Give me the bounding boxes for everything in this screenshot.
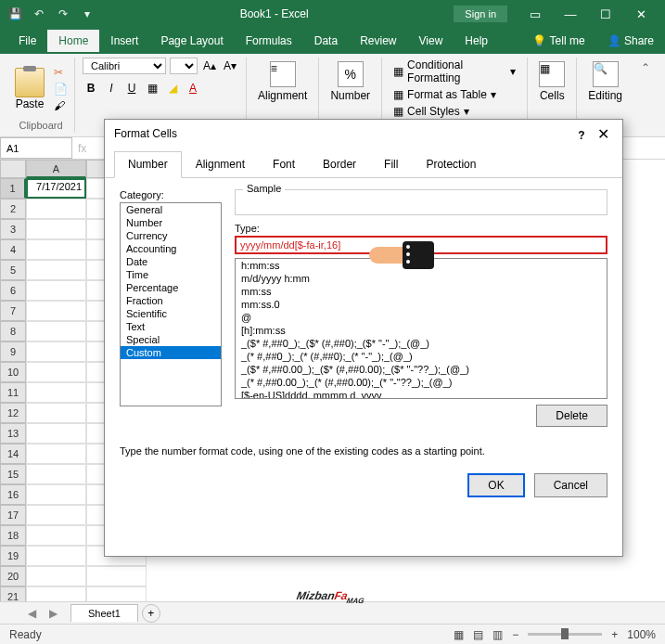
category-item[interactable]: Accounting [121,242,221,255]
cell[interactable] [26,199,86,219]
category-item[interactable]: Fraction [121,294,221,307]
dialog-tab-alignment[interactable]: Alignment [182,151,259,177]
dialog-tab-protection[interactable]: Protection [412,151,490,177]
type-item[interactable]: _(* #,##0_);_(* (#,##0);_(* "-"_);_(@_) [236,350,607,363]
cell[interactable] [26,525,86,546]
row-header[interactable]: 12 [0,403,26,423]
name-box[interactable] [0,137,72,159]
ok-button[interactable]: OK [467,473,524,497]
cell[interactable] [26,239,86,260]
decrease-font-icon[interactable]: A▾ [222,58,238,74]
category-item[interactable]: Time [121,268,221,281]
dialog-tab-border[interactable]: Border [309,151,370,177]
menu-view[interactable]: View [408,30,454,52]
border-icon[interactable]: ▦ [144,80,160,97]
font-size-select[interactable]: 11 [170,58,198,74]
type-item[interactable]: mm:ss [236,285,607,298]
menu-review[interactable]: Review [349,30,407,52]
cell[interactable] [26,301,86,321]
cell-styles-button[interactable]: ▦ Cell Styles ▾ [390,104,519,119]
ribbon-display-icon[interactable]: ▭ [518,3,552,25]
cell[interactable] [26,566,86,586]
menu-share[interactable]: 👤 Share [596,30,665,52]
row-header[interactable]: 8 [0,321,26,341]
add-sheet-button[interactable]: + [142,604,160,623]
view-break-icon[interactable]: ▥ [492,628,503,641]
select-all-corner[interactable] [0,160,26,178]
qat-customize-icon[interactable]: ▾ [80,6,95,21]
cell[interactable] [26,341,86,362]
font-name-select[interactable]: Calibri [83,58,166,74]
row-header[interactable]: 19 [0,546,26,566]
dialog-tab-fill[interactable]: Fill [370,151,412,177]
minimize-button[interactable]: — [554,3,587,25]
col-header-a[interactable]: A [26,160,86,178]
save-icon[interactable]: 💾 [7,6,22,21]
type-item[interactable]: _($* #,##0.00_);_($* (#,##0.00);_($* "-"… [236,363,607,376]
cell[interactable] [26,464,86,484]
cell[interactable] [26,403,86,423]
type-item[interactable]: @ [236,311,607,324]
dialog-close-button[interactable]: ✕ [594,126,613,142]
cell[interactable] [26,280,86,301]
row-header[interactable]: 18 [0,525,26,546]
redo-icon[interactable]: ↷ [56,6,70,21]
menu-file[interactable]: File [7,30,47,52]
maximize-button[interactable]: ☐ [589,3,622,25]
zoom-slider[interactable] [528,633,602,636]
type-item[interactable]: m/d/yyyy h:mm [236,272,607,285]
paste-button[interactable]: Paste [15,68,45,110]
cell[interactable] [26,444,86,464]
signin-button[interactable]: Sign in [454,6,507,22]
close-button[interactable]: ✕ [624,3,658,25]
row-header[interactable]: 1 [0,178,26,199]
category-item[interactable]: Percentage [121,281,221,294]
editing-button[interactable]: 🔍 Editing [584,58,626,106]
cell[interactable] [26,484,86,505]
cell[interactable] [26,382,86,403]
category-item[interactable]: Number [121,216,221,229]
type-item[interactable]: _($* #,##0_);_($* (#,##0);_($* "-"_);_(@… [236,337,607,350]
category-item[interactable]: Scientific [121,307,221,320]
italic-button[interactable]: I [103,80,120,97]
row-header[interactable]: 9 [0,341,26,362]
dialog-tab-number[interactable]: Number [114,151,182,178]
row-header[interactable]: 17 [0,505,26,525]
cell[interactable]: 7/17/2021 [26,178,86,199]
menu-home[interactable]: Home [47,30,99,52]
category-list[interactable]: GeneralNumberCurrencyAccountingDateTimeP… [120,202,222,406]
cell[interactable] [86,566,147,586]
menu-data[interactable]: Data [303,30,349,52]
row-header[interactable]: 6 [0,280,26,301]
cell[interactable] [26,362,86,382]
menu-formulas[interactable]: Formulas [235,30,303,52]
row-header[interactable]: 11 [0,382,26,403]
row-header[interactable]: 16 [0,484,26,505]
menu-insert[interactable]: Insert [99,30,149,52]
sheet-tab[interactable]: Sheet1 [70,604,138,622]
type-item[interactable]: [$-en-US]dddd, mmmm d, yyyy [236,389,607,399]
row-header[interactable]: 5 [0,260,26,280]
number-button[interactable]: % Number [326,58,374,106]
menu-page-layout[interactable]: Page Layout [149,30,234,52]
cell[interactable] [26,546,86,566]
category-item[interactable]: Currency [121,229,221,242]
cut-icon[interactable]: ✂ [54,66,67,79]
underline-button[interactable]: U [123,80,140,97]
increase-font-icon[interactable]: A▴ [201,58,218,74]
delete-button[interactable]: Delete [536,405,607,427]
cell[interactable] [26,260,86,280]
dialog-tab-font[interactable]: Font [259,151,309,177]
type-item[interactable]: mm:ss.0 [236,298,607,311]
cell[interactable] [26,219,86,239]
tab-nav-next-icon[interactable]: ▶ [49,607,58,620]
alignment-button[interactable]: ≡ Alignment [254,58,311,106]
category-item[interactable]: Date [121,255,221,268]
type-input[interactable] [235,236,607,254]
copy-icon[interactable]: 📄 [54,83,67,96]
row-header[interactable]: 14 [0,444,26,464]
cell[interactable] [26,321,86,341]
row-header[interactable]: 7 [0,301,26,321]
format-as-table-button[interactable]: ▦ Format as Table ▾ [390,87,519,102]
row-header[interactable]: 15 [0,464,26,484]
